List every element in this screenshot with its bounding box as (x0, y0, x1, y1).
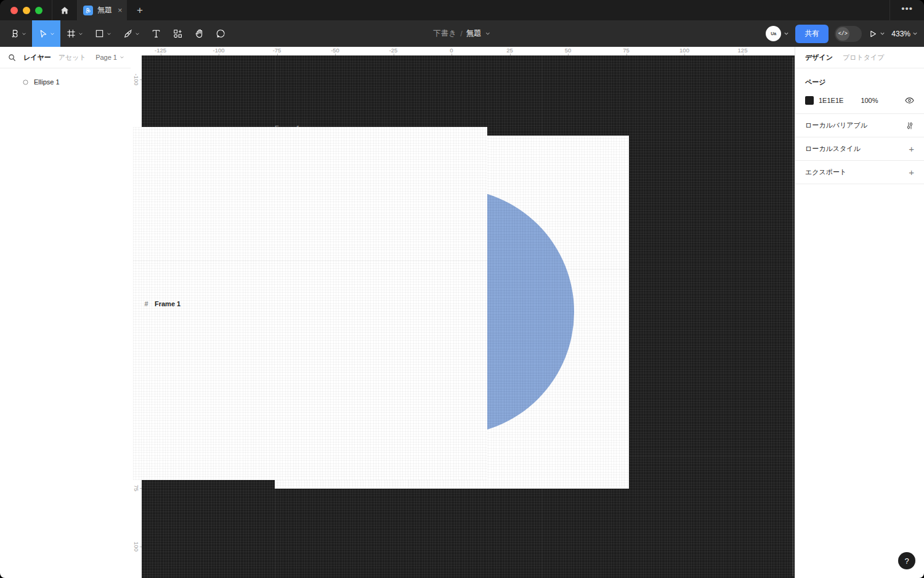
ruler-tick (568, 54, 569, 55)
comment-icon (216, 28, 226, 39)
move-tool-button[interactable] (32, 20, 60, 47)
titlebar-spacer (153, 0, 890, 20)
frame-tool-icon (66, 28, 76, 39)
chevron-down-icon (107, 31, 111, 36)
move-cursor-icon (38, 28, 48, 39)
window-more-button[interactable]: ••• (890, 0, 924, 20)
page-color-hex[interactable]: 1E1E1E (819, 97, 843, 104)
ruler-tick (161, 54, 161, 55)
ruler-label: 75 (133, 485, 140, 492)
layers-panel: レイヤー アセット Page 1 # Frame 1 Ellipse 1 (0, 47, 131, 578)
comment-tool-button[interactable] (210, 20, 232, 47)
chevron-down-icon (120, 55, 124, 60)
page-selector-label: Page 1 (95, 54, 117, 61)
zoom-level: 433% (891, 30, 910, 38)
page-color-swatch[interactable] (805, 96, 814, 105)
zoom-menu[interactable]: 433% (891, 30, 918, 38)
ruler-label: -50 (331, 47, 339, 54)
breadcrumb-file-title[interactable]: 無題 (466, 28, 482, 39)
rectangle-tool-icon (94, 28, 105, 39)
chevron-down-icon (784, 31, 789, 36)
page-color-opacity[interactable]: 100% (861, 97, 878, 104)
ruler-tick (452, 54, 452, 55)
ruler-tick (219, 54, 219, 55)
layer-row-frame-1[interactable]: # Frame 1 (133, 127, 487, 480)
ruler-label: 25 (506, 47, 513, 54)
search-icon[interactable] (8, 54, 16, 62)
tab-prototype[interactable]: プロトタイプ (843, 53, 885, 62)
minimize-window-button[interactable] (23, 7, 30, 14)
close-tab-icon[interactable]: × (118, 6, 123, 14)
tab-design[interactable]: デザイン (805, 53, 833, 62)
canvas-scrollbar[interactable] (792, 57, 793, 576)
ruler-label: 125 (738, 47, 748, 54)
layer-row-ellipse-1[interactable]: Ellipse 1 (0, 73, 131, 91)
fullscreen-window-button[interactable] (35, 7, 43, 14)
resources-tool-button[interactable] (167, 20, 188, 47)
visibility-toggle[interactable] (905, 97, 914, 104)
figma-menu-icon (9, 28, 20, 39)
ruler-tick (277, 54, 278, 55)
shape-tool-button[interactable] (89, 20, 117, 47)
chevron-down-icon (485, 31, 491, 36)
text-tool-icon (151, 28, 161, 39)
tab-layers[interactable]: レイヤー (23, 53, 51, 62)
local-variables-label: ローカルバリアブル (805, 121, 867, 130)
dev-mode-toggle[interactable]: </> (835, 26, 862, 42)
frame-tool-button[interactable] (60, 20, 89, 47)
layers-panel-header: レイヤー アセット Page 1 (0, 47, 131, 68)
breadcrumb-separator: / (460, 30, 462, 38)
page-section: ページ 1E1E1E 100% (795, 68, 924, 114)
traffic-lights (0, 0, 52, 20)
home-icon (60, 6, 70, 15)
present-button[interactable] (868, 29, 885, 39)
share-button[interactable]: 共有 (795, 25, 829, 43)
page-selector[interactable]: Page 1 (95, 54, 124, 61)
new-tab-button[interactable]: + (127, 0, 153, 20)
page-section-title: ページ (805, 78, 914, 87)
chevron-down-icon (912, 31, 918, 36)
ellipse-layer-icon (22, 79, 30, 85)
help-button[interactable]: ? (898, 552, 915, 569)
chevron-down-icon (22, 31, 26, 36)
chevron-down-icon (50, 31, 55, 36)
chevron-down-icon (135, 31, 140, 36)
add-export-button[interactable]: + (909, 168, 914, 177)
variables-icon[interactable] (906, 121, 914, 130)
breadcrumb[interactable]: 下書き / 無題 (433, 20, 490, 47)
hand-tool-button[interactable] (188, 20, 210, 47)
page-color-row: 1E1E1E 100% (805, 96, 914, 105)
ruler-label: -100 (213, 47, 224, 54)
ruler-tick (335, 54, 336, 55)
export-section[interactable]: エクスポート + (795, 161, 924, 184)
ruler-label: -100 (133, 73, 140, 85)
pen-tool-button[interactable] (117, 20, 145, 47)
local-variables-section[interactable]: ローカルバリアブル (795, 114, 924, 137)
tab-untitled[interactable]: 無題 × (78, 0, 127, 20)
breadcrumb-drafts[interactable]: 下書き (433, 28, 456, 39)
main-menu-button[interactable] (4, 20, 32, 47)
resources-icon (172, 28, 183, 39)
local-styles-label: ローカルスタイル (805, 144, 861, 153)
close-window-button[interactable] (10, 7, 18, 14)
layer-name: Frame 1 (155, 300, 180, 307)
ruler-tick (626, 54, 627, 55)
figma-file-icon (83, 6, 93, 15)
ruler-label: 0 (450, 47, 453, 54)
home-tab-button[interactable] (52, 0, 78, 20)
ruler-tick (510, 54, 511, 55)
toolbar: 下書き / 無題 Ua 共有 </> (0, 20, 924, 47)
text-tool-button[interactable] (145, 20, 167, 47)
chevron-down-icon (78, 31, 83, 36)
local-styles-section[interactable]: ローカルスタイル + (795, 137, 924, 161)
ruler-tick (140, 488, 142, 489)
ruler-label: -75 (273, 47, 282, 54)
ruler-tick (140, 547, 142, 547)
tab-assets[interactable]: アセット (59, 53, 86, 62)
current-user-menu[interactable]: Ua (766, 26, 789, 41)
ruler-tick (743, 54, 744, 55)
design-panel-tabs: デザイン プロトタイプ (795, 47, 924, 68)
eye-icon (905, 97, 914, 104)
add-style-button[interactable]: + (909, 144, 914, 153)
ruler-label: -25 (389, 47, 398, 54)
